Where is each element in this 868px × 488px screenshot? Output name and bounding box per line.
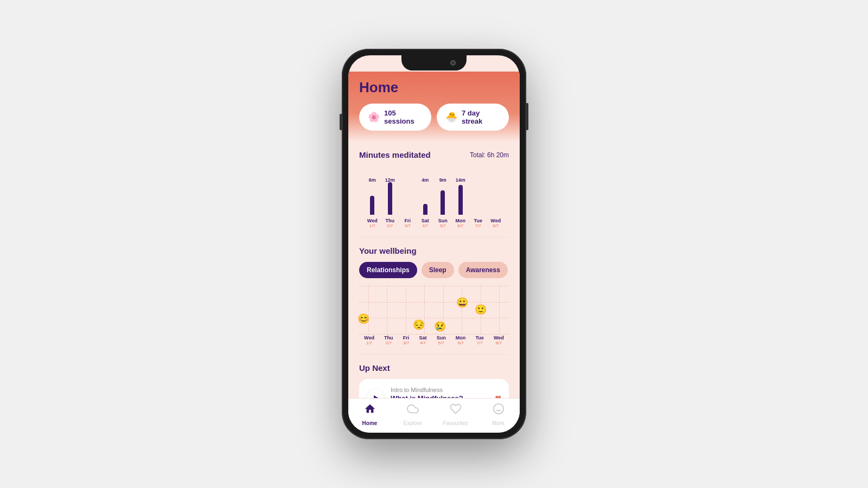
- nav-icon-home: [364, 403, 376, 418]
- bar-value-label: 6m: [369, 177, 376, 183]
- nav-item-home[interactable]: Home: [348, 403, 391, 426]
- bar-col: 12m: [381, 177, 399, 215]
- day-date: 1/7: [369, 223, 375, 228]
- mood-emoji: 🙂: [475, 304, 487, 316]
- bar-wrapper: [452, 185, 470, 215]
- mood-day-name: Fri: [403, 335, 410, 341]
- day-col: Sat4/7: [417, 218, 435, 228]
- day-date: 8/7: [493, 223, 499, 228]
- mood-grid-line: [368, 286, 369, 335]
- mood-day-col: Mon6/7: [456, 335, 466, 345]
- bar-wrapper: [399, 185, 417, 215]
- svg-point-0: [493, 404, 503, 414]
- stats-row: 🌸 105 sessions 🐣 7 day streak: [359, 104, 509, 131]
- nav-icon-explore: [407, 403, 419, 418]
- favourite-button[interactable]: ♥: [495, 392, 501, 398]
- bar-value-label: 4m: [422, 177, 429, 183]
- notch: [401, 55, 467, 70]
- lesson-info: Intro to Mindfulness What is Mindfulness…: [391, 387, 488, 398]
- mood-day-col: Sun5/7: [437, 335, 446, 345]
- day-col: Mon6/7: [452, 218, 470, 228]
- streak-pill[interactable]: 🐣 7 day streak: [437, 104, 509, 131]
- bar: [388, 182, 392, 215]
- day-name: Wed: [367, 218, 378, 223]
- bar-wrapper: [487, 185, 505, 215]
- lesson-category: Intro to Mindfulness: [391, 387, 488, 393]
- mood-grid-line: [387, 286, 387, 335]
- minutes-total: Total: 6h 20m: [470, 151, 509, 159]
- filter-tab-awareness[interactable]: Awareness: [458, 262, 508, 278]
- day-name: Sun: [438, 218, 448, 223]
- minutes-section: Minutes meditated Total: 6h 20m 6m12m4m9…: [348, 142, 520, 237]
- mood-days: Wed1/7Thu2/7Fri3/7Sat4/7Sun5/7Mon6/7Tue7…: [359, 335, 509, 345]
- bar-col: [487, 183, 505, 215]
- mood-day-date: 5/7: [438, 341, 444, 345]
- mood-chart: 😊😔😢😀🙂 Wed1/7Thu2/7Fri3/7Sat4/7Sun5/7Mon6…: [359, 286, 509, 345]
- mood-day-col: Fri3/7: [403, 335, 410, 345]
- bar-col: 4m: [417, 177, 435, 215]
- bar-wrapper: [381, 185, 399, 215]
- lesson-card[interactable]: Intro to Mindfulness What is Mindfulness…: [359, 379, 509, 398]
- lesson-title: What is Mindfulness?: [391, 394, 488, 398]
- sessions-pill[interactable]: 🌸 105 sessions: [359, 104, 431, 131]
- up-next-title: Up Next: [359, 363, 390, 373]
- day-date: 4/7: [422, 223, 428, 228]
- mood-day-date: 8/7: [496, 341, 502, 345]
- streak-text: 7 day streak: [462, 109, 500, 125]
- bar-col: 6m: [363, 177, 381, 215]
- bottom-nav: HomeExploreFavouritesMore: [348, 398, 520, 433]
- nav-label-home: Home: [362, 420, 378, 426]
- bar-wrapper: [434, 185, 452, 215]
- mood-emoji: 😊: [358, 313, 369, 325]
- bar: [441, 190, 445, 215]
- section-header: Minutes meditated Total: 6h 20m: [359, 150, 509, 159]
- bar-wrapper: [469, 185, 487, 215]
- up-next-section: Up Next Intro to Mindfulness What is Min…: [348, 355, 520, 398]
- mood-day-name: Tue: [475, 335, 483, 341]
- mood-day-col: Tue7/7: [475, 335, 483, 345]
- filter-tab-relationships[interactable]: Relationships: [359, 262, 417, 278]
- day-date: 3/7: [405, 223, 411, 228]
- nav-item-favourites[interactable]: Favourites: [434, 403, 477, 426]
- nav-icon-more: [493, 403, 505, 418]
- day-name: Mon: [456, 218, 466, 223]
- day-col: Tue7/7: [469, 218, 487, 228]
- day-date: 2/7: [387, 223, 393, 228]
- chart-bars: 6m12m4m9m14m: [363, 171, 505, 215]
- day-name: Sat: [422, 218, 429, 223]
- mood-day-col: Wed8/7: [494, 335, 504, 345]
- wellbeing-header: Your wellbeing: [359, 246, 509, 255]
- day-col: Fri3/7: [399, 218, 417, 228]
- day-col: Wed8/7: [487, 218, 505, 228]
- wellbeing-title: Your wellbeing: [359, 246, 417, 255]
- mood-day-name: Wed: [364, 335, 374, 341]
- day-name: Thu: [386, 218, 395, 223]
- mood-emoji: 😀: [456, 297, 468, 309]
- filter-tab-sleep[interactable]: Sleep: [422, 262, 454, 278]
- mood-emoji: 😢: [434, 320, 446, 332]
- mood-grid-line: [406, 286, 406, 335]
- bar: [458, 185, 463, 215]
- nav-item-more[interactable]: More: [477, 403, 520, 426]
- mood-day-date: 4/7: [420, 341, 426, 345]
- mood-day-name: Wed: [494, 335, 504, 341]
- volume-button: [340, 114, 342, 130]
- mood-day-date: 7/7: [477, 341, 483, 345]
- mood-grid-line: [499, 286, 500, 335]
- wellbeing-section: Your wellbeing RelationshipsSleepAwarene…: [348, 237, 520, 354]
- mood-day-date: 2/7: [386, 341, 392, 345]
- day-name: Tue: [474, 218, 482, 223]
- day-labels: Wed1/7Thu2/7Fri3/7Sat4/7Sun5/7Mon6/7Tue7…: [363, 218, 505, 228]
- bar-wrapper: [363, 185, 381, 215]
- screen-content[interactable]: Home 🌸 105 sessions 🐣 7 day streak: [348, 55, 520, 398]
- minutes-title: Minutes meditated: [359, 150, 431, 159]
- mood-day-col: Wed1/7: [364, 335, 374, 345]
- camera: [450, 60, 456, 66]
- mood-day-name: Thu: [384, 335, 393, 341]
- nav-item-explore[interactable]: Explore: [391, 403, 434, 426]
- phone-screen: Home 🌸 105 sessions 🐣 7 day streak: [348, 55, 520, 433]
- play-button[interactable]: [367, 390, 384, 399]
- bar-col: [469, 183, 487, 215]
- page-title: Home: [359, 77, 509, 96]
- bar: [370, 196, 374, 215]
